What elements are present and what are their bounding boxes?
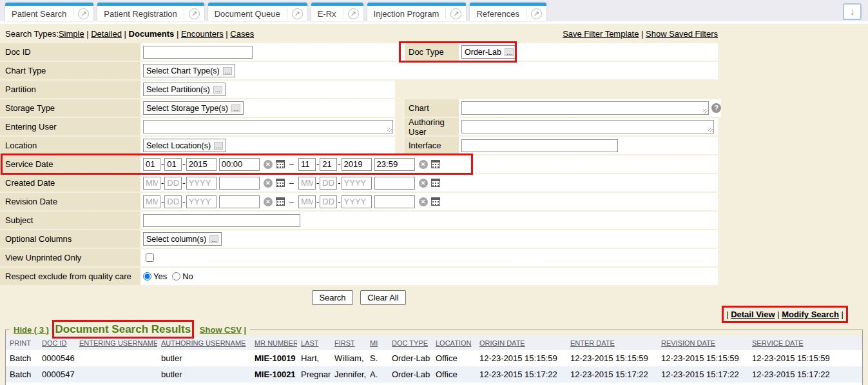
service-to-month-input[interactable] — [298, 158, 316, 171]
view-unprinted-checkbox[interactable] — [146, 253, 154, 262]
clear-date-icon[interactable] — [264, 197, 273, 206]
open-in-new-button[interactable] — [445, 8, 466, 19]
tab-patient-registration[interactable]: Patient Registration — [97, 3, 204, 21]
col-doc-type[interactable]: DOC TYPE — [388, 336, 432, 350]
mi-cell — [366, 382, 388, 385]
created-from-day-input[interactable] — [164, 177, 182, 190]
calendar-icon[interactable] — [431, 160, 440, 168]
calendar-icon[interactable] — [276, 179, 285, 187]
quality-yes-radio[interactable] — [143, 272, 151, 281]
chart-input[interactable] — [462, 102, 708, 114]
clear-date-icon[interactable] — [419, 160, 428, 169]
storage-type-select-button[interactable]: Select Storage Type(s) — [143, 101, 244, 115]
search-type-cases[interactable]: Cases — [230, 29, 254, 39]
revision-to-month-input[interactable] — [298, 195, 316, 208]
search-type-encounters[interactable]: Encounters — [181, 29, 224, 39]
service-to-year-input[interactable] — [342, 158, 372, 171]
created-from-time-input[interactable] — [219, 177, 260, 190]
location-select-button[interactable]: Select Location(s) — [143, 139, 226, 152]
revision-from-year-input[interactable] — [186, 195, 217, 208]
revision-to-day-input[interactable] — [320, 195, 337, 208]
col-service-date[interactable]: SERVICE DATE — [748, 336, 862, 350]
col-location[interactable]: LOCATION — [432, 336, 476, 350]
tab-document-queue[interactable]: Document Queue — [208, 3, 307, 21]
search-button[interactable]: Search — [312, 290, 352, 305]
open-in-new-button[interactable] — [73, 8, 93, 19]
hide-results-link[interactable]: Hide ( 3 ) — [14, 325, 49, 335]
calendar-icon[interactable] — [276, 160, 285, 168]
service-from-day-input[interactable] — [164, 158, 182, 171]
calendar-icon[interactable] — [431, 179, 440, 187]
col-last[interactable]: LAST — [297, 336, 331, 350]
open-in-new-button[interactable] — [287, 8, 307, 19]
revision-to-year-input[interactable] — [342, 195, 372, 208]
modify-search-link[interactable]: Modify Search — [782, 310, 839, 319]
revision-to-time-input[interactable] — [374, 195, 415, 208]
revision-date-cell: 12-23-2015 15:15:59 — [657, 350, 748, 366]
revision-from-time-input[interactable] — [219, 195, 260, 208]
open-in-new-button[interactable] — [343, 8, 363, 19]
col-authoring-username[interactable]: AUTHORING USERNAME — [157, 336, 251, 350]
service-from-time-input[interactable] — [219, 158, 260, 171]
tab-e-rx[interactable]: E-Rx — [311, 3, 363, 21]
col-print: PRINT — [6, 336, 38, 350]
save-filter-template-link[interactable]: Save Filter Template — [563, 29, 639, 39]
service-to-day-input[interactable] — [320, 158, 337, 171]
help-icon[interactable] — [711, 103, 721, 113]
authoring-user-input[interactable] — [462, 121, 713, 133]
col-origin-date[interactable]: ORIGIN DATE — [476, 336, 566, 350]
open-in-new-button[interactable] — [526, 8, 546, 19]
show-csv-link[interactable]: Show CSV — [200, 325, 242, 335]
revision-from-day-input[interactable] — [164, 195, 182, 208]
revision-from-month-input[interactable] — [143, 195, 160, 208]
calendar-icon[interactable] — [276, 197, 285, 206]
col-mi[interactable]: MI — [366, 336, 388, 350]
service-from-year-input[interactable] — [186, 158, 217, 171]
location-cell: Office — [432, 366, 476, 382]
batch-print-cell[interactable]: Batch — [6, 382, 38, 385]
service-from-month-input[interactable] — [143, 158, 160, 171]
col-revision-date[interactable]: REVISION DATE — [657, 336, 748, 350]
created-from-year-input[interactable] — [186, 177, 217, 190]
clear-date-icon[interactable] — [264, 179, 273, 188]
col-entering-username[interactable]: ENTERING USERNAME — [75, 336, 157, 350]
optional-columns-select-button[interactable]: Select column(s) — [143, 232, 222, 246]
quality-no-radio[interactable] — [172, 272, 180, 281]
col-enter-date[interactable]: ENTER DATE — [566, 336, 657, 350]
batch-print-cell[interactable]: Batch — [6, 350, 38, 366]
subject-input[interactable] — [143, 214, 300, 227]
batch-print-cell[interactable]: Batch — [6, 366, 38, 382]
entering-user-input[interactable] — [144, 121, 392, 133]
detail-view-link[interactable]: Detail View — [731, 310, 775, 319]
open-in-new-button[interactable] — [184, 8, 204, 19]
created-to-year-input[interactable] — [342, 177, 372, 190]
tab-patient-search[interactable]: Patient Search — [5, 3, 93, 21]
search-type-simple[interactable]: Simple — [59, 29, 84, 39]
chart-type-select-button[interactable]: Select Chart Type(s) — [143, 64, 235, 77]
created-to-day-input[interactable] — [320, 177, 337, 190]
clear-date-icon[interactable] — [419, 179, 428, 188]
col-doc-id[interactable]: DOC ID — [38, 336, 75, 350]
doc-id-input[interactable] — [143, 46, 253, 59]
tab-references[interactable]: References — [470, 3, 546, 21]
clear-date-icon[interactable] — [419, 197, 428, 206]
calendar-icon[interactable] — [431, 197, 440, 206]
tab-injection-program[interactable]: Injection Program — [367, 3, 467, 21]
created-to-month-input[interactable] — [298, 177, 316, 190]
search-type-documents-current: Documents — [129, 29, 175, 39]
authoring-user-label: Authoring User — [405, 118, 459, 135]
doc-type-select-button[interactable]: Order-Lab — [461, 45, 517, 59]
table-row: Batch 0000547 butler MIE-10021 Pregnant,… — [6, 366, 862, 382]
col-first[interactable]: FIRST — [331, 336, 366, 350]
tab-scroll-down-button[interactable] — [843, 3, 862, 20]
created-to-time-input[interactable] — [374, 177, 415, 190]
interface-input[interactable] — [461, 139, 618, 152]
clear-date-icon[interactable] — [264, 160, 273, 169]
service-to-time-input[interactable] — [374, 158, 415, 171]
search-type-detailed[interactable]: Detailed — [91, 29, 122, 39]
partition-select-button[interactable]: Select Partition(s) — [143, 83, 226, 96]
created-from-month-input[interactable] — [143, 177, 160, 190]
col-mr-number[interactable]: MR NUMBER — [251, 336, 297, 350]
clear-all-button[interactable]: Clear All — [360, 290, 405, 305]
show-saved-filters-link[interactable]: Show Saved Filters — [646, 29, 718, 39]
